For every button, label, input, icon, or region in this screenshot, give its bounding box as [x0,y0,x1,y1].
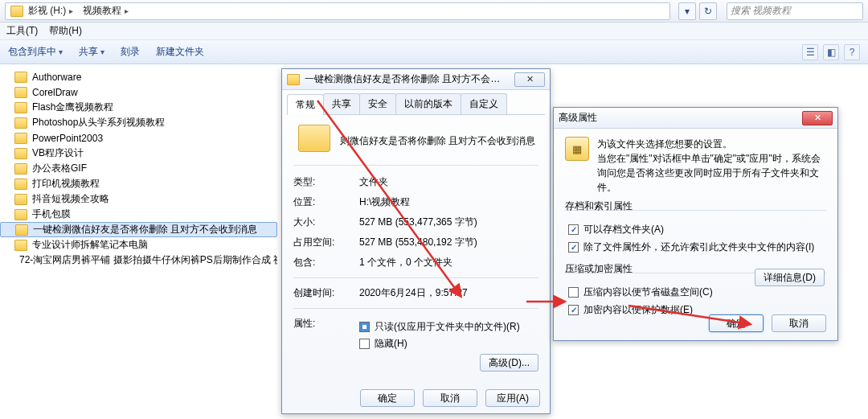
folder-icon [15,224,28,236]
advanced-attributes-dialog: 高级属性 ✕ ▦ 为该文件夹选择您想要的设置。 当您在"属性"对话框中单击"确定… [553,107,838,341]
properties-tab[interactable]: 自定义 [461,93,507,114]
close-button[interactable]: ✕ [514,72,545,87]
apply-button[interactable]: 应用(A) [485,389,540,407]
include-in-library-button[interactable]: 包含到库中 [8,45,63,59]
adv-header-line2: 当您在"属性"对话框中单击"确定"或"应用"时，系统会询问您是否将这些更改同时应… [597,151,826,195]
settings-folder-icon: ▦ [565,137,589,161]
tree-item[interactable]: CorelDraw [0,84,277,100]
contains-value: 1 个文件，0 个文件夹 [359,256,452,269]
tree-item[interactable]: 72-淘宝网店男裤平铺 摄影拍摄牛仔休闲裤PS后期制作合成 视频 [0,253,277,268]
cancel-button[interactable]: 取消 [423,389,477,407]
tree-item-label: 办公表格GIF [32,162,87,175]
explorer-toolbar: 包含到库中 共享 刻录 新建文件夹 ☰ ◧ ? [0,40,868,64]
tree-item-label: 抖音短视频全攻略 [32,192,109,206]
properties-tab[interactable]: 共享 [323,93,360,114]
view-mode-icon[interactable]: ☰ [802,44,818,60]
breadcrumb-seg[interactable]: 视频教程 [81,4,133,18]
readonly-checkbox[interactable] [359,322,370,332]
menu-bar: 工具(T) 帮助(H) [0,23,868,40]
search-placeholder: 搜索 视频教程 [731,4,791,18]
folder-icon [14,133,27,144]
hidden-checkbox[interactable] [359,339,370,349]
dialog-title: 一键检测微信好友是否将你删除 且对方不会收到消息 ... [305,72,510,86]
new-folder-button[interactable]: 新建文件夹 [156,45,204,59]
properties-tab[interactable]: 常规 [287,94,324,115]
location-value: H:\视频教程 [359,195,410,209]
index-checkbox[interactable] [568,242,579,253]
tree-item[interactable]: 专业设计师拆解笔记本电脑 [0,237,277,253]
folder-name-field[interactable]: 则微信好友是否将你删除 且对方不会收到消息 [340,134,535,148]
index-label: 除了文件属性外，还允许索引此文件夹中文件的内容(I) [583,240,814,254]
properties-dialog: 一键检测微信好友是否将你删除 且对方不会收到消息 ... ✕ 常规共享安全以前的… [281,68,551,414]
compress-checkbox[interactable] [568,287,579,298]
properties-tab[interactable]: 安全 [359,93,396,114]
encrypt-checkbox[interactable] [568,305,579,315]
search-input[interactable]: 搜索 视频教程 [727,2,863,20]
contains-label: 包含: [293,256,342,269]
folder-icon [14,72,27,83]
breadcrumb[interactable]: 影视 (H:) 视频教程 [5,2,670,20]
tree-item-label: Authorware [32,72,81,83]
hidden-label: 隐藏(H) [375,337,407,351]
tree-item-label: PowerPoint2003 [32,133,103,144]
folder-tree: AuthorwareCorelDrawFlash金鹰视频教程Photoshop从… [0,64,277,419]
preview-pane-icon[interactable]: ◧ [823,44,839,60]
tree-item[interactable]: 一键检测微信好友是否将你删除 且对方不会收到消息 [0,222,277,237]
tree-item-label: 手机包膜 [32,207,71,221]
tree-item[interactable]: 打印机视频教程 [0,176,277,191]
readonly-label: 只读(仅应用于文件夹中的文件)(R) [375,320,520,334]
close-button[interactable]: ✕ [802,111,833,125]
encrypt-label: 加密内容以便保护数据(E) [583,303,693,317]
tree-item-label: Flash金鹰视频教程 [32,101,113,114]
adv-header-line1: 为该文件夹选择您想要的设置。 [597,137,826,151]
share-button[interactable]: 共享 [79,45,104,59]
adv-dialog-title: 高级属性 [559,111,797,125]
tree-item-label: 一键检测微信好友是否将你删除 且对方不会收到消息 [33,223,257,236]
tree-item[interactable]: 办公表格GIF [0,161,277,176]
breadcrumb-seg[interactable]: 影视 (H:) [27,4,78,18]
menu-help[interactable]: 帮助(H) [49,24,82,38]
ok-button[interactable]: 确定 [360,389,415,407]
tree-item[interactable]: VB程序设计 [0,146,277,161]
refresh-button[interactable]: ↻ [699,2,717,20]
tree-item[interactable]: Photoshop从头学系列视频教程 [0,115,277,130]
archive-checkbox[interactable] [568,224,579,235]
burn-button[interactable]: 刻录 [121,45,140,59]
properties-tab[interactable]: 以前的版本 [395,93,461,114]
adv-ok-button[interactable]: 确定 [709,314,764,332]
details-button[interactable]: 详细信息(D) [755,269,825,286]
drive-icon [10,6,23,17]
dialog-folder-icon [287,74,300,85]
archive-label: 可以存档文件夹(A) [583,223,664,236]
tree-item-label: 72-淘宝网店男裤平铺 摄影拍摄牛仔休闲裤PS后期制作合成 视频 [19,253,277,267]
type-value: 文件夹 [359,175,388,189]
type-label: 类型: [293,175,342,189]
advanced-button[interactable]: 高级(D)... [480,354,538,372]
folder-icon [14,163,27,175]
tree-item-label: Photoshop从头学系列视频教程 [32,116,165,129]
compress-label: 压缩内容以便节省磁盘空间(C) [583,285,713,299]
breadcrumb-dropdown[interactable]: ▾ [678,2,696,20]
folder-icon [14,102,27,113]
created-label: 创建时间: [293,286,342,300]
tree-item-label: CorelDraw [32,87,78,98]
tree-item[interactable]: Authorware [0,69,277,84]
tree-item-label: 专业设计师拆解笔记本电脑 [32,238,148,252]
tree-item[interactable]: Flash金鹰视频教程 [0,100,277,115]
folder-icon [14,148,27,159]
location-label: 位置: [293,195,342,209]
menu-tools[interactable]: 工具(T) [6,24,38,38]
size-label: 大小: [293,216,342,229]
tree-item[interactable]: 手机包膜 [0,207,277,222]
created-value: 2020年6月24日，9:57:27 [359,286,468,300]
folder-icon [14,117,27,129]
tree-item[interactable]: 抖音短视频全攻略 [0,191,277,207]
tree-item-label: VB程序设计 [32,146,84,160]
folder-icon [14,209,27,220]
help-icon[interactable]: ? [844,44,860,60]
folder-icon [14,179,27,190]
tree-item[interactable]: PowerPoint2003 [0,130,277,146]
disk-label: 占用空间: [293,236,342,249]
folder-icon [14,87,27,98]
adv-cancel-button[interactable]: 取消 [772,314,826,332]
